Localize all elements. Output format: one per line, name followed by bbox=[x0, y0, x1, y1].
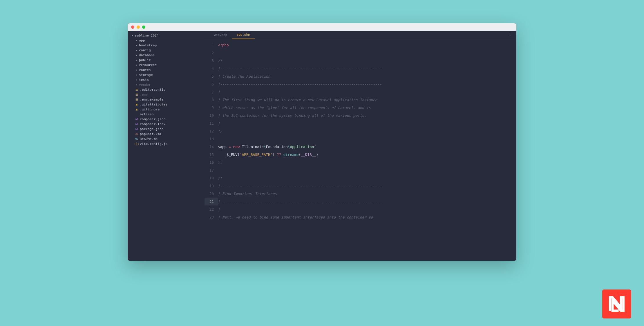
tree-folder[interactable]: ▶bootstrap bbox=[128, 43, 205, 48]
tree-file-label: phpunit.xml bbox=[140, 132, 162, 136]
code-content: | the IoC container for the system bindi… bbox=[218, 113, 516, 118]
line-number: 21 bbox=[205, 198, 218, 205]
code-line[interactable]: 22| bbox=[205, 205, 516, 213]
code-line[interactable]: 20| Bind Important Interfaces bbox=[205, 190, 516, 198]
more-icon[interactable]: ⋮ bbox=[508, 32, 512, 37]
line-number: 15 bbox=[205, 151, 218, 159]
code-line[interactable]: 5| Create The Application bbox=[205, 72, 516, 80]
code-line[interactable]: 15 $_ENV['APP_BASE_PATH'] ?? dirname(__D… bbox=[205, 151, 516, 159]
tree-folder[interactable]: ▶database bbox=[128, 53, 205, 58]
tree-folder[interactable]: ▶routes bbox=[128, 68, 205, 72]
code-content: <?php bbox=[218, 43, 516, 47]
tree-folder[interactable]: ▶vendor bbox=[128, 82, 205, 87]
code-line[interactable]: 1<?php bbox=[205, 41, 516, 49]
caret-right-icon: ▶ bbox=[135, 64, 138, 66]
caret-right-icon: ▶ bbox=[135, 39, 138, 42]
line-number: 22 bbox=[205, 205, 218, 213]
file-icon: ⦿ bbox=[135, 118, 139, 121]
tree-file[interactable]: M↓README.md bbox=[128, 136, 205, 141]
code-content: | Create The Application bbox=[218, 74, 516, 79]
line-number: 2 bbox=[205, 49, 218, 57]
caret-down-icon: ▼ bbox=[131, 34, 134, 37]
code-line[interactable]: 19|-------------------------------------… bbox=[205, 182, 516, 190]
code-line[interactable]: 16); bbox=[205, 159, 516, 166]
code-line[interactable]: 11| bbox=[205, 119, 516, 127]
line-number: 20 bbox=[205, 190, 218, 198]
line-number: 12 bbox=[205, 127, 218, 135]
tree-file[interactable]: ☰.env.example bbox=[128, 97, 205, 102]
code-line[interactable]: 4|--------------------------------------… bbox=[205, 65, 516, 72]
close-icon[interactable] bbox=[131, 26, 134, 29]
code-line[interactable]: 3/* bbox=[205, 57, 516, 65]
code-content: $_ENV['APP_BASE_PATH'] ?? dirname(__DIR_… bbox=[218, 152, 516, 157]
code-line[interactable]: 14$app = new Illuminate\Foundation\Appli… bbox=[205, 143, 516, 151]
tree-file-label: README.md bbox=[140, 137, 158, 141]
code-content: ); bbox=[218, 160, 516, 165]
tree-file[interactable]: ⦿composer.json bbox=[128, 117, 205, 122]
code-line[interactable]: 18/* bbox=[205, 174, 516, 182]
titlebar[interactable] bbox=[128, 23, 516, 31]
code-content: |---------------------------------------… bbox=[218, 82, 516, 86]
tree-file[interactable]: ☰.env bbox=[128, 92, 205, 97]
code-content: |---------------------------------------… bbox=[218, 199, 516, 204]
code-line[interactable]: 17 bbox=[205, 166, 516, 174]
line-number: 17 bbox=[205, 166, 218, 174]
code-line[interactable]: 13 bbox=[205, 135, 516, 143]
tree-folder-label: vendor bbox=[139, 83, 151, 87]
file-icon: ▣ bbox=[135, 103, 139, 106]
code-line[interactable]: 10| the IoC container for the system bin… bbox=[205, 112, 516, 119]
code-line[interactable]: 8| The first thing we will do is create … bbox=[205, 96, 516, 104]
tree-folder-label: database bbox=[139, 53, 155, 57]
code-line[interactable]: 6|--------------------------------------… bbox=[205, 80, 516, 88]
tree-file[interactable]: ▣.gitignore bbox=[128, 107, 205, 112]
tree-folder[interactable]: ▶config bbox=[128, 48, 205, 53]
code-line[interactable]: 12*/ bbox=[205, 127, 516, 135]
code-content: | bbox=[218, 207, 516, 212]
tree-file-label: composer.lock bbox=[140, 122, 166, 126]
line-number: 16 bbox=[205, 159, 218, 166]
tree-file[interactable]: ();vite.config.js bbox=[128, 141, 205, 146]
code-line[interactable]: 7| bbox=[205, 88, 516, 96]
tree-file-label: .gitignore bbox=[140, 108, 160, 111]
tab[interactable]: web.php bbox=[209, 30, 232, 39]
line-number: 9 bbox=[205, 104, 218, 112]
code-line[interactable]: 9| which serves as the "glue" for all th… bbox=[205, 104, 516, 112]
caret-right-icon: ▶ bbox=[135, 83, 138, 86]
tab[interactable]: app.php bbox=[232, 30, 254, 39]
tree-folder[interactable]: ▶resources bbox=[128, 63, 205, 68]
zoom-icon[interactable] bbox=[142, 26, 145, 29]
code-line[interactable]: 2 bbox=[205, 49, 516, 57]
tree-folder[interactable]: ▶app bbox=[128, 38, 205, 43]
tree-file[interactable]: ▣.gitattributes bbox=[128, 102, 205, 107]
code-area[interactable]: 1<?php23/*4|----------------------------… bbox=[205, 39, 516, 261]
file-icon: ☰ bbox=[135, 93, 139, 96]
tree-file[interactable]: ⦿composer.lock bbox=[128, 122, 205, 127]
file-icon: (); bbox=[135, 142, 139, 145]
body: ▼ sublime-2024 ▶app▶bootstrap▶config▶dat… bbox=[128, 31, 516, 261]
tree-folder-label: config bbox=[139, 48, 151, 52]
tree-file-label: .env.example bbox=[140, 98, 164, 101]
tree-folder[interactable]: ▶tests bbox=[128, 77, 205, 82]
code-line[interactable]: 21|-------------------------------------… bbox=[205, 198, 516, 205]
tree-root[interactable]: ▼ sublime-2024 bbox=[128, 33, 205, 38]
tree-folder-label: app bbox=[139, 39, 145, 42]
caret-right-icon: ▶ bbox=[135, 79, 138, 81]
tree-file[interactable]: ☰.editorconfig bbox=[128, 87, 205, 92]
code-content: | which serves as the "glue" for all the… bbox=[218, 105, 516, 110]
file-icon: ☰ bbox=[135, 88, 139, 91]
code-line[interactable]: 23| Next, we need to bind some important… bbox=[205, 213, 516, 221]
file-tree[interactable]: ▼ sublime-2024 ▶app▶bootstrap▶config▶dat… bbox=[128, 31, 205, 261]
line-number: 10 bbox=[205, 112, 218, 119]
tree-file-label: .editorconfig bbox=[140, 88, 166, 92]
tree-file[interactable]: ⦿package.json bbox=[128, 127, 205, 132]
tree-file[interactable]: <>phpunit.xml bbox=[128, 132, 205, 136]
tree-folder[interactable]: ▶storage bbox=[128, 72, 205, 77]
minimize-icon[interactable] bbox=[137, 26, 140, 29]
file-icon: ⦿ bbox=[135, 128, 139, 131]
code-content: | Bind Important Interfaces bbox=[218, 192, 516, 196]
tree-folder[interactable]: ▶public bbox=[128, 58, 205, 63]
line-number: 1 bbox=[205, 41, 218, 49]
file-icon: M↓ bbox=[135, 137, 139, 141]
tree-file-label: .gitattributes bbox=[140, 103, 168, 106]
tree-file[interactable]: artisan bbox=[128, 112, 205, 117]
